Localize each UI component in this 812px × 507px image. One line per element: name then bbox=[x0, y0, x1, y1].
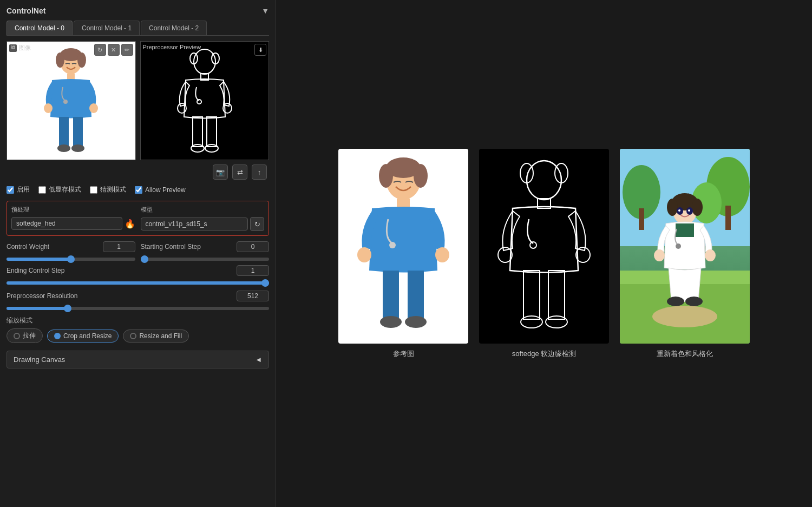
svg-point-44 bbox=[546, 316, 567, 328]
refresh-source-button[interactable]: ↻ bbox=[94, 44, 106, 56]
svg-rect-59 bbox=[676, 223, 694, 237]
edit-source-button[interactable]: ✏ bbox=[121, 44, 133, 56]
source-image-controls: ↻ ✕ ✏ bbox=[94, 44, 133, 56]
output-item-reference: 参考图 bbox=[338, 149, 468, 359]
source-nurse-image bbox=[7, 42, 135, 160]
svg-point-26 bbox=[414, 164, 428, 188]
refresh-model-button[interactable]: ↻ bbox=[250, 217, 264, 231]
enable-checkbox[interactable]: 启用 bbox=[6, 185, 30, 194]
tab-control-model-1[interactable]: Control Model - 1 bbox=[74, 21, 140, 35]
collapse-button[interactable]: ▼ bbox=[261, 6, 269, 15]
enable-checkbox-input[interactable] bbox=[6, 186, 14, 194]
svg-point-57 bbox=[667, 199, 678, 216]
softedge-bg bbox=[479, 149, 609, 344]
zoom-stretch-option[interactable]: 拉伸 bbox=[6, 328, 43, 343]
preprocessor-select-row: softedge_hed 🔥 bbox=[11, 217, 135, 230]
svg-rect-50 bbox=[725, 206, 731, 230]
close-source-button[interactable]: ✕ bbox=[108, 44, 120, 56]
svg-point-20 bbox=[191, 144, 204, 152]
reference-output-image bbox=[338, 149, 468, 344]
svg-point-62 bbox=[667, 297, 684, 306]
model-select[interactable]: control_v11p_sd15_s bbox=[141, 218, 248, 231]
svg-rect-48 bbox=[639, 208, 644, 230]
tab-control-model-2[interactable]: Control Model - 2 bbox=[141, 21, 207, 35]
preprocessor-resolution-slider[interactable] bbox=[6, 307, 269, 310]
svg-point-6 bbox=[89, 103, 98, 113]
drawing-canvas-row[interactable]: Drawing Canvas ◄ bbox=[6, 351, 269, 368]
ending-step-value[interactable] bbox=[237, 265, 269, 276]
guess-mode-checkbox-input[interactable] bbox=[90, 186, 97, 194]
weight-start-sliders: Control Weight Starting Control Step bbox=[6, 241, 269, 261]
svg-point-11 bbox=[63, 100, 68, 104]
zoom-resize-fill-option[interactable]: Resize and Fill bbox=[123, 330, 189, 343]
svg-point-54 bbox=[652, 306, 717, 327]
swap-button[interactable]: ⇄ bbox=[232, 164, 247, 180]
svg-point-21 bbox=[205, 144, 218, 152]
camera-button[interactable]: 📷 bbox=[213, 164, 228, 180]
svg-point-68 bbox=[688, 209, 690, 212]
checkbox-row: 启用 低显存模式 猜测模式 Allow Preview bbox=[6, 185, 269, 194]
preprocessor-select[interactable]: softedge_hed bbox=[11, 217, 122, 230]
download-preview-button[interactable]: ⬇ bbox=[254, 44, 266, 56]
svg-point-28 bbox=[357, 247, 371, 262]
starting-step-slider[interactable] bbox=[141, 258, 270, 261]
anime-bg-svg bbox=[620, 149, 750, 344]
left-panel: ControlNet ▼ Control Model - 0 Control M… bbox=[0, 0, 276, 507]
model-select-row: control_v11p_sd15_s ↻ bbox=[141, 217, 265, 231]
svg-point-61 bbox=[705, 249, 716, 261]
svg-point-43 bbox=[521, 316, 542, 328]
source-image-container: 🖼 图像 ↻ ✕ ✏ bbox=[6, 41, 136, 160]
svg-rect-30 bbox=[383, 271, 399, 319]
low-vram-checkbox[interactable]: 低显存模式 bbox=[38, 185, 81, 194]
upload-button[interactable]: ↑ bbox=[252, 164, 267, 180]
svg-point-29 bbox=[435, 247, 449, 262]
svg-point-64 bbox=[676, 243, 681, 249]
svg-point-63 bbox=[685, 297, 703, 306]
preprocessor-resolution-section: Preprocessor Resolution bbox=[6, 291, 269, 312]
preview-image-controls: ⬇ bbox=[254, 44, 266, 56]
low-vram-checkbox-input[interactable] bbox=[38, 186, 46, 194]
output-item-softedge: softedge 软边缘检测 bbox=[479, 149, 609, 359]
ending-step-slider[interactable] bbox=[6, 281, 269, 285]
reference-bg bbox=[338, 149, 468, 344]
svg-rect-31 bbox=[408, 271, 424, 319]
tab-control-model-0[interactable]: Control Model - 0 bbox=[6, 21, 73, 35]
svg-rect-7 bbox=[59, 117, 69, 147]
control-weight-value[interactable] bbox=[103, 241, 135, 252]
starting-step-value[interactable] bbox=[237, 241, 269, 252]
toolbar-row: 📷 ⇄ ↑ bbox=[6, 164, 269, 180]
svg-rect-19 bbox=[207, 117, 217, 147]
model-section: 模型 control_v11p_sd15_s ↻ bbox=[141, 206, 265, 231]
crop-resize-radio-dot bbox=[54, 333, 61, 339]
source-image-label: 🖼 图像 bbox=[9, 44, 31, 52]
softedge-nurse-svg bbox=[490, 154, 598, 338]
allow-preview-checkbox-input[interactable] bbox=[135, 186, 142, 194]
svg-rect-8 bbox=[73, 117, 83, 147]
image-icon: 🖼 bbox=[9, 44, 17, 52]
svg-point-10 bbox=[71, 144, 84, 152]
guess-mode-checkbox[interactable]: 猜测模式 bbox=[90, 185, 126, 194]
panel-header: ControlNet ▼ bbox=[6, 6, 269, 15]
svg-point-60 bbox=[654, 249, 665, 261]
svg-point-5 bbox=[44, 103, 53, 113]
allow-preview-checkbox[interactable]: Allow Preview bbox=[135, 186, 186, 194]
svg-point-9 bbox=[57, 144, 70, 152]
reference-nurse-svg bbox=[349, 154, 457, 338]
panel-title: ControlNet bbox=[6, 6, 45, 15]
softedge-output-image bbox=[479, 149, 609, 344]
outline-figure-svg bbox=[172, 47, 237, 155]
preprocessor-model-row: 预处理 softedge_hed 🔥 模型 control_v11p_sd15_… bbox=[6, 201, 269, 236]
stretch-radio-dot bbox=[14, 333, 20, 339]
control-weight-slider[interactable] bbox=[6, 258, 135, 261]
resize-fill-radio-dot bbox=[130, 333, 136, 339]
preprocessor-preview-image bbox=[141, 42, 269, 160]
right-panel: 参考图 bbox=[276, 0, 812, 507]
preprocessor-resolution-value[interactable] bbox=[237, 291, 269, 301]
output-images: 参考图 bbox=[338, 149, 750, 359]
zoom-crop-resize-option[interactable]: Crop and Resize bbox=[47, 330, 119, 343]
starting-step-block: Starting Control Step bbox=[141, 241, 270, 261]
image-row: 🖼 图像 ↻ ✕ ✏ bbox=[6, 41, 269, 160]
anime-output-image bbox=[620, 149, 750, 344]
ending-step-section: Ending Control Step bbox=[6, 265, 269, 286]
output-item-anime: 重新着色和风格化 bbox=[620, 149, 750, 359]
